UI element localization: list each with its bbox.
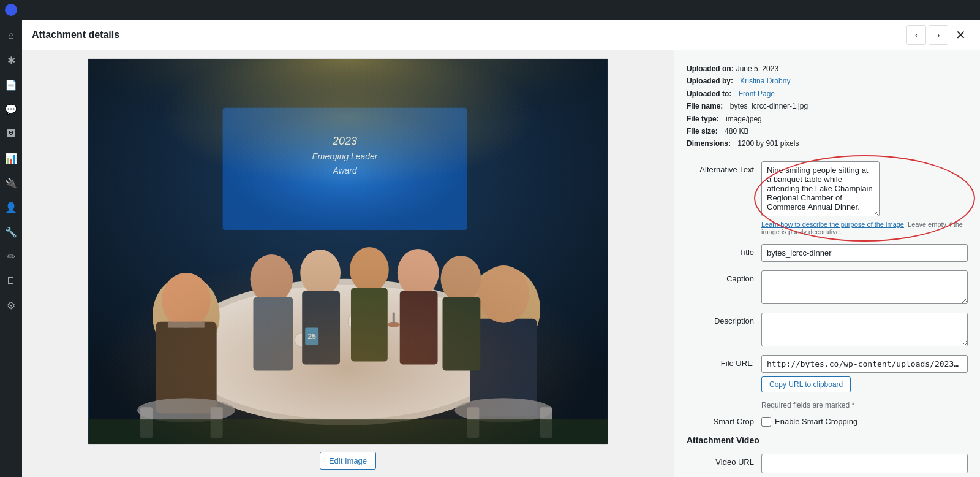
- wp-logo: [5, 4, 17, 16]
- top-bar: [0, 0, 980, 20]
